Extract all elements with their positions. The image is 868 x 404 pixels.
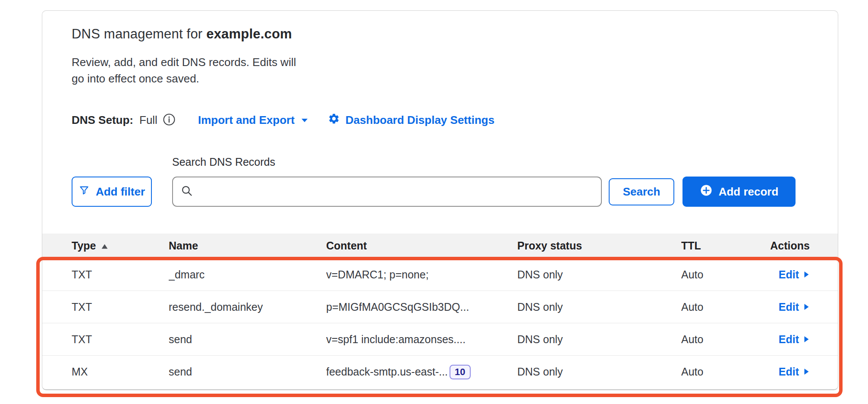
search-input-wrapper (172, 177, 602, 207)
cell-proxy-status: DNS only (517, 366, 681, 378)
page-subtitle: Review, add, and edit DNS records. Edits… (72, 54, 296, 87)
cell-actions: Edit (763, 268, 838, 281)
table-row: TXT send v=spf1 include:amazonses.... DN… (42, 323, 838, 356)
page-title-domain: example.com (206, 26, 292, 41)
filter-icon (79, 185, 90, 199)
cell-proxy-status: DNS only (517, 301, 681, 313)
record-content-text: v=DMARC1; p=none; (326, 268, 429, 281)
column-header-type-label: Type (72, 240, 96, 252)
cell-content: v=spf1 include:amazonses.... (326, 333, 517, 346)
cell-actions: Edit (763, 333, 838, 346)
record-content-text: v=spf1 include:amazonses.... (326, 333, 465, 346)
plus-circle-icon (700, 184, 713, 200)
dns-setup-row: DNS Setup: Full Import and Export (72, 113, 494, 128)
edit-record-link[interactable]: Edit (779, 268, 810, 281)
cell-actions: Edit (763, 301, 838, 313)
search-button[interactable]: Search (609, 178, 674, 205)
dns-setup-info-button[interactable] (163, 113, 176, 127)
table-row: TXT resend._domainkey p=MIGfMA0GCSqGSIb3… (42, 291, 838, 323)
dns-setup-label: DNS Setup: (72, 114, 133, 127)
add-record-button[interactable]: Add record (682, 177, 796, 207)
edit-record-link[interactable]: Edit (779, 301, 810, 313)
edit-link-label: Edit (779, 333, 799, 346)
add-filter-label: Add filter (96, 185, 145, 199)
add-filter-button[interactable]: Add filter (72, 177, 152, 207)
chevron-right-icon (803, 366, 810, 378)
import-export-label: Import and Export (198, 114, 295, 127)
cell-type: TXT (42, 301, 169, 313)
info-icon (163, 113, 176, 127)
dashboard-display-settings-label: Dashboard Display Settings (346, 114, 494, 127)
column-header-content[interactable]: Content (326, 240, 517, 252)
cell-proxy-status: DNS only (517, 333, 681, 346)
cell-type: MX (42, 366, 169, 378)
chevron-down-icon (300, 114, 309, 127)
record-content-text: feedback-smtp.us-east-... (326, 366, 448, 378)
cell-name: send (169, 333, 326, 346)
dns-setup-value: Full (139, 114, 157, 127)
table-row: TXT _dmarc v=DMARC1; p=none; DNS only Au… (42, 259, 838, 291)
cell-ttl: Auto (681, 268, 763, 281)
search-button-label: Search (623, 185, 660, 199)
search-field-label: Search DNS Records (172, 156, 275, 168)
chevron-right-icon (803, 301, 810, 313)
edit-record-link[interactable]: Edit (779, 366, 810, 378)
cell-content: p=MIGfMA0GCSqGSIb3DQ... (326, 301, 517, 313)
gear-icon (328, 113, 340, 128)
cell-name: send (169, 366, 326, 378)
search-input[interactable] (199, 179, 593, 205)
edit-link-label: Edit (779, 268, 799, 281)
chevron-right-icon (803, 268, 810, 281)
dns-records-table: Type Name Content Proxy status TTL Actio… (42, 234, 838, 388)
cell-type: TXT (42, 333, 169, 346)
page-title-prefix: DNS management for (72, 26, 206, 41)
cell-content: v=DMARC1; p=none; (326, 268, 517, 281)
sort-ascending-icon (101, 240, 108, 252)
column-header-type[interactable]: Type (42, 240, 169, 252)
table-row: MX send feedback-smtp.us-east-... 10 DNS… (42, 356, 838, 388)
table-header-row: Type Name Content Proxy status TTL Actio… (42, 234, 838, 259)
cell-actions: Edit (763, 366, 838, 378)
cell-ttl: Auto (681, 333, 763, 346)
cell-type: TXT (42, 268, 169, 281)
edit-link-label: Edit (779, 366, 799, 378)
cell-content: feedback-smtp.us-east-... 10 (326, 365, 517, 379)
dns-management-card: DNS management for example.com Review, a… (42, 10, 838, 390)
import-export-menu[interactable]: Import and Export (198, 114, 309, 127)
search-icon (181, 185, 193, 199)
record-content-text: p=MIGfMA0GCSqGSIb3DQ... (326, 301, 469, 313)
page-title: DNS management for example.com (72, 26, 292, 42)
cell-ttl: Auto (681, 366, 763, 378)
column-header-proxy-status[interactable]: Proxy status (517, 240, 681, 252)
cell-proxy-status: DNS only (517, 268, 681, 281)
column-header-name[interactable]: Name (169, 240, 326, 252)
edit-link-label: Edit (779, 301, 799, 313)
add-record-label: Add record (719, 185, 779, 199)
edit-record-link[interactable]: Edit (779, 333, 810, 346)
cell-ttl: Auto (681, 301, 763, 313)
mx-priority-badge: 10 (450, 365, 470, 379)
chevron-right-icon (803, 333, 810, 346)
cell-name: resend._domainkey (169, 301, 326, 313)
column-header-ttl[interactable]: TTL (681, 240, 763, 252)
cell-name: _dmarc (169, 268, 326, 281)
dashboard-display-settings-link[interactable]: Dashboard Display Settings (328, 113, 494, 128)
column-header-actions: Actions (763, 240, 838, 252)
